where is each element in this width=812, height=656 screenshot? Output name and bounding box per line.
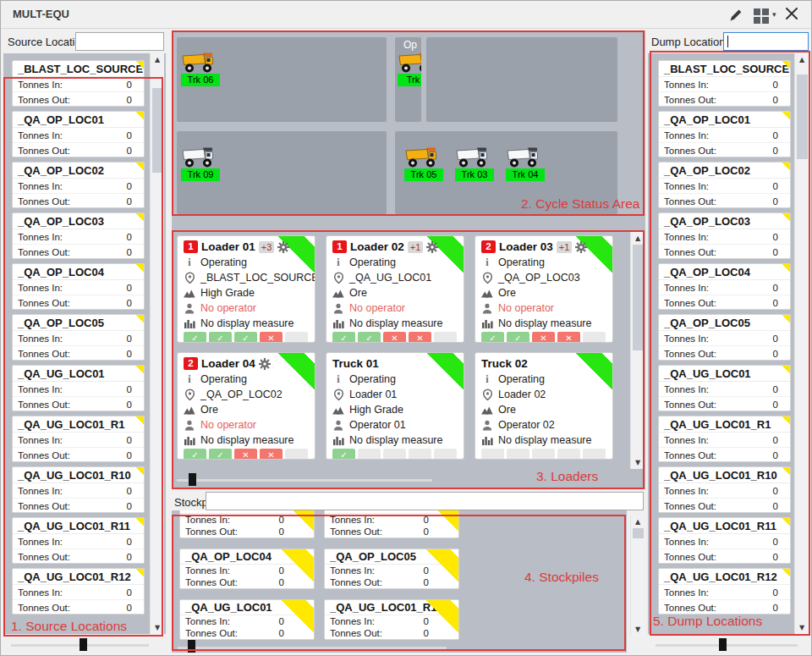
gear-icon[interactable] <box>259 358 271 370</box>
location-card[interactable]: _BLAST_LOC_SOURCE Tonnes In: 0 Tonnes Ou… <box>12 60 145 107</box>
scrollbar-thumb[interactable] <box>152 88 163 173</box>
location-card[interactable]: _QA_UG_LOC01 Tonnes In: 0 Tonnes Out: 0 <box>12 365 145 411</box>
source-locations-filter-input[interactable] <box>75 32 164 51</box>
equipment-card[interactable]: 1 Loader 02 +1 <box>326 235 464 343</box>
location-card[interactable]: _QA_UG_LOC01_R12 Tonnes In: 0 Tonnes Out… <box>12 568 145 615</box>
stockpile-card[interactable]: Tonnes In: 0 Tonnes Out: 0 <box>179 510 315 538</box>
dump-hscrollbar-thumb[interactable] <box>719 638 727 651</box>
cycle-panel[interactable]: Trk 05 Trk 03 Trk 04 <box>395 131 617 214</box>
grid-layout-icon[interactable] <box>754 8 770 23</box>
status-x-button[interactable]: ✕ <box>409 332 431 343</box>
location-card[interactable]: _BLAST_LOC_SOURCE Tonnes In: 0 Tonnes Ou… <box>658 60 791 107</box>
status-x-button[interactable]: ✕ <box>260 332 283 343</box>
gear-icon[interactable] <box>277 241 289 253</box>
stockpiles-filter-input[interactable] <box>206 492 644 510</box>
location-card[interactable]: _QA_OP_LOC02 Tonnes In: 0 Tonnes Out: 0 <box>658 162 791 208</box>
close-icon[interactable] <box>785 7 798 24</box>
status-empty-slot[interactable] <box>434 449 457 460</box>
truck[interactable]: Trk 04 <box>505 146 546 181</box>
dump-locations-filter-input[interactable] <box>723 32 809 51</box>
stockpile-card[interactable]: _QA_OP_LOC05 Tonnes In: 0 Tonnes Out: 0 <box>324 549 459 589</box>
status-x-button[interactable]: ✕ <box>234 449 257 460</box>
status-check-button[interactable]: ✓ <box>481 332 504 343</box>
equipment-card[interactable]: 2 Loader 04 <box>177 352 315 460</box>
status-x-button[interactable]: ✕ <box>260 449 283 460</box>
stockpile-card[interactable]: _QA_UG_LOC01 Tonnes In: 0 Tonnes Out: 0 <box>179 599 315 640</box>
location-card[interactable]: _QA_UG_LOC01_R10 Tonnes In: 0 Tonnes Out… <box>658 466 791 513</box>
loaders-scrollbar[interactable]: ▲ ▼ <box>630 232 645 469</box>
status-check-button[interactable]: ✓ <box>184 332 206 343</box>
status-x-button[interactable]: ✕ <box>532 332 555 343</box>
scrollbar-thumb[interactable] <box>797 74 808 159</box>
status-empty-slot[interactable] <box>358 449 381 460</box>
scroll-up-icon[interactable]: ▲ <box>151 56 164 63</box>
location-card[interactable]: _QA_UG_LOC01_R12 Tonnes In: 0 Tonnes Out… <box>658 568 791 615</box>
status-check-button[interactable]: ✓ <box>184 449 206 460</box>
status-empty-slot[interactable] <box>532 449 555 460</box>
cycle-panel[interactable]: Trk 06 <box>177 37 387 122</box>
gear-icon[interactable] <box>426 241 438 253</box>
location-card[interactable]: _QA_OP_LOC05 Tonnes In: 0 Tonnes Out: 0 <box>658 314 791 361</box>
source-scrollbar[interactable]: ▲ ▼ <box>150 53 164 634</box>
cycle-panel[interactable]: Op Trk 0 <box>395 37 421 122</box>
loaders-hscrollbar-track[interactable] <box>177 479 432 482</box>
equipment-card[interactable]: 2 Loader 03 +1 <box>475 235 613 343</box>
location-card[interactable]: _QA_UG_LOC01_R11 Tonnes In: 0 Tonnes Out… <box>658 517 791 564</box>
truck[interactable]: Trk 06 <box>180 52 221 86</box>
edit-pencil-icon[interactable] <box>728 8 743 26</box>
status-empty-slot[interactable] <box>383 449 406 460</box>
location-card[interactable]: _QA_OP_LOC03 Tonnes In: 0 Tonnes Out: 0 <box>12 212 145 259</box>
status-empty-slot[interactable] <box>557 449 580 460</box>
stockpiles-scrollbar[interactable]: ▲ ▼ <box>630 515 645 636</box>
status-check-button[interactable]: ✓ <box>358 332 381 343</box>
status-check-button[interactable]: ✓ <box>234 332 257 343</box>
equipment-card[interactable]: Truck 02 <box>475 352 613 460</box>
location-card[interactable]: _QA_OP_LOC05 Tonnes In: 0 Tonnes Out: 0 <box>12 314 145 361</box>
location-card[interactable]: _QA_OP_LOC03 Tonnes In: 0 Tonnes Out: 0 <box>658 212 791 259</box>
status-check-button[interactable]: ✓ <box>209 332 232 343</box>
status-empty-slot[interactable] <box>409 449 431 460</box>
truck[interactable]: Trk 09 <box>180 146 221 181</box>
truck[interactable]: Trk 03 <box>454 146 495 181</box>
status-check-button[interactable]: ✓ <box>332 332 355 343</box>
truck[interactable]: Trk 05 <box>403 146 444 181</box>
scroll-up-icon[interactable]: ▲ <box>631 234 645 242</box>
location-card[interactable]: _QA_UG_LOC01_R10 Tonnes In: 0 Tonnes Out… <box>12 466 145 513</box>
scroll-down-icon[interactable]: ▼ <box>631 459 645 466</box>
location-card[interactable]: _QA_UG_LOC01_R1 Tonnes In: 0 Tonnes Out:… <box>12 416 145 462</box>
scroll-up-icon[interactable]: ▲ <box>631 518 645 526</box>
status-x-button[interactable]: ✕ <box>383 332 406 343</box>
status-empty-slot[interactable] <box>481 449 504 460</box>
stockpile-card[interactable]: Tonnes In: 0 Tonnes Out: 0 <box>324 510 459 538</box>
scroll-down-icon[interactable]: ▼ <box>151 624 164 631</box>
status-empty-slot[interactable] <box>583 332 606 343</box>
stockpiles-hscrollbar-track[interactable] <box>178 647 447 649</box>
dump-scrollbar[interactable]: ▲ ▼ <box>794 53 809 634</box>
gear-icon[interactable] <box>575 241 587 253</box>
equipment-card[interactable]: 1 Loader 01 +3 <box>177 235 315 343</box>
location-card[interactable]: _QA_OP_LOC01 Tonnes In: 0 Tonnes Out: 0 <box>12 111 145 157</box>
truck[interactable]: Trk 0 <box>397 52 421 86</box>
status-empty-slot[interactable] <box>285 449 308 460</box>
scroll-down-icon[interactable]: ▼ <box>795 624 809 631</box>
status-empty-slot[interactable] <box>285 332 308 343</box>
status-x-button[interactable]: ✕ <box>557 332 580 343</box>
scroll-down-icon[interactable]: ▼ <box>631 626 645 633</box>
chevron-down-icon[interactable]: ▾ <box>772 10 776 19</box>
location-card[interactable]: _QA_UG_LOC01 Tonnes In: 0 Tonnes Out: 0 <box>658 365 791 411</box>
dump-hscrollbar-track[interactable] <box>656 644 798 647</box>
equipment-card[interactable]: Truck 01 <box>326 352 464 460</box>
status-check-button[interactable]: ✓ <box>507 332 529 343</box>
status-empty-slot[interactable] <box>434 332 457 343</box>
stockpile-card[interactable]: _QA_UG_LOC01_R1 Tonnes In: 0 Tonnes Out:… <box>324 599 459 640</box>
location-card[interactable]: _QA_OP_LOC02 Tonnes In: 0 Tonnes Out: 0 <box>12 162 145 208</box>
status-empty-slot[interactable] <box>583 449 606 460</box>
scroll-up-icon[interactable]: ▲ <box>795 56 809 63</box>
cycle-panel[interactable]: Trk 09 <box>177 131 387 214</box>
loaders-hscrollbar-thumb[interactable] <box>189 473 196 486</box>
status-check-button[interactable]: ✓ <box>209 449 232 460</box>
cycle-panel[interactable] <box>426 37 617 122</box>
scrollbar-thumb[interactable] <box>633 245 644 350</box>
location-card[interactable]: _QA_OP_LOC04 Tonnes In: 0 Tonnes Out: 0 <box>12 263 145 310</box>
status-empty-slot[interactable] <box>507 449 529 460</box>
